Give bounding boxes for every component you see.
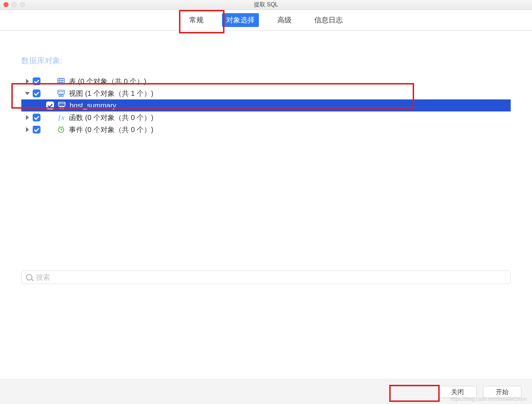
checkbox[interactable] — [33, 89, 40, 97]
tree-row-label: 事件 (0 个对象（共 0 个）) — [69, 125, 153, 135]
tree-row-label: host_summary — [70, 102, 116, 110]
tree-row-functions[interactable]: ƒx 函数 (0 个对象（共 0 个）) — [21, 111, 511, 124]
svg-point-11 — [60, 107, 62, 109]
window-title: 提取 SQL — [254, 1, 278, 9]
view-icon — [56, 89, 66, 97]
expand-icon[interactable] — [25, 79, 30, 84]
expand-icon[interactable] — [25, 127, 30, 132]
window-controls — [4, 2, 25, 7]
svg-rect-9 — [59, 102, 65, 106]
watermark: https://blog.csdn.net/dewaveOXion — [450, 396, 527, 402]
search-icon — [26, 274, 32, 280]
search-input[interactable] — [36, 273, 506, 282]
tab-advanced[interactable]: 高级 — [273, 13, 296, 27]
tree-row-label: 视图 (1 个对象（共 1 个）) — [69, 89, 153, 98]
maximize-icon[interactable] — [20, 2, 25, 7]
tab-general[interactable]: 常规 — [185, 13, 208, 27]
view-icon — [57, 102, 67, 109]
tree-row-host-summary[interactable]: host_summary — [21, 99, 511, 111]
section-title: 数据库对象: — [21, 55, 511, 66]
svg-point-8 — [61, 95, 64, 97]
svg-line-17 — [63, 126, 64, 127]
expand-icon[interactable] — [25, 92, 30, 95]
svg-rect-5 — [58, 90, 64, 94]
tab-object-select[interactable]: 对象选择 — [222, 13, 259, 27]
checkbox[interactable] — [33, 114, 40, 121]
expand-icon[interactable] — [25, 115, 30, 120]
svg-point-12 — [62, 107, 64, 109]
titlebar: 提取 SQL — [0, 0, 532, 10]
svg-line-16 — [59, 126, 60, 127]
content-panel: 数据库对象: 表 (0 个对象（共 0 个）) — [0, 31, 532, 379]
checkbox[interactable] — [46, 102, 54, 109]
svg-point-7 — [59, 95, 61, 97]
object-tree: 表 (0 个对象（共 0 个）) 视图 (1 个对象（共 1 个）) — [21, 75, 511, 136]
minimize-icon[interactable] — [12, 2, 17, 7]
close-icon[interactable] — [4, 2, 9, 7]
tab-bar: 常规 对象选择 高级 信息日志 — [0, 10, 532, 31]
tree-row-tables[interactable]: 表 (0 个对象（共 0 个）) — [21, 75, 511, 87]
svg-rect-0 — [58, 78, 64, 84]
checkbox[interactable] — [33, 77, 40, 85]
tree-row-views[interactable]: 视图 (1 个对象（共 1 个）) — [21, 87, 511, 99]
function-icon: ƒx — [56, 114, 66, 122]
table-icon — [56, 77, 66, 85]
event-icon — [56, 126, 66, 133]
tree-row-events[interactable]: 事件 (0 个对象（共 0 个）) — [21, 124, 511, 136]
search-box[interactable] — [21, 271, 511, 284]
tree-row-label: 表 (0 个对象（共 0 个）) — [69, 77, 146, 86]
checkbox[interactable] — [33, 126, 40, 133]
tree-row-label: 函数 (0 个对象（共 0 个）) — [69, 113, 153, 122]
tab-log[interactable]: 信息日志 — [310, 13, 347, 27]
